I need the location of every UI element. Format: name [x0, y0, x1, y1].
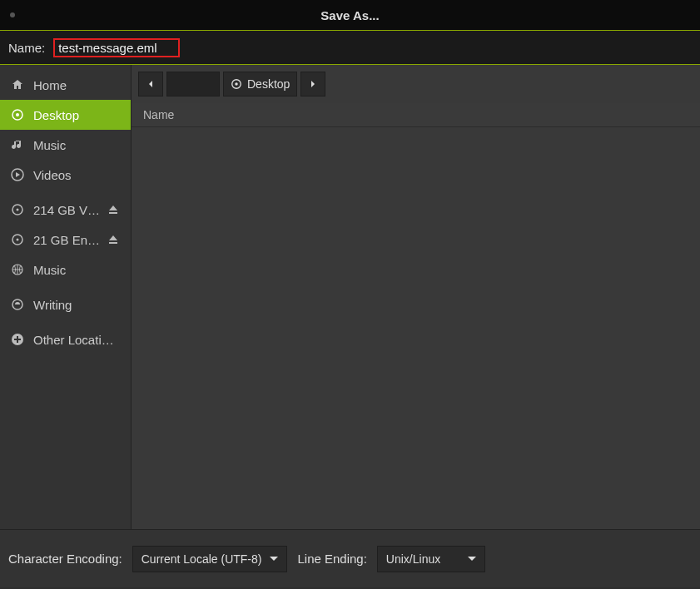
chevron-down-icon [468, 557, 476, 561]
filename-input[interactable] [58, 41, 175, 55]
svg-point-6 [17, 239, 19, 241]
path-forward-button[interactable] [300, 72, 325, 97]
titlebar: Save As... [0, 0, 700, 30]
sidebar-item-network-music[interactable]: Music [0, 255, 131, 285]
svg-point-4 [17, 209, 19, 211]
sidebar-item-volume-21gb[interactable]: 21 GB En… [0, 225, 131, 255]
encoding-value: Current Locale (UTF-8) [141, 552, 262, 566]
sidebar-item-label: 214 GB V… [33, 203, 106, 217]
path-back-button[interactable] [138, 72, 163, 97]
file-list-header-name[interactable]: Name [132, 103, 700, 127]
lineending-value: Unix/Linux [386, 552, 459, 566]
video-icon [10, 167, 25, 182]
home-icon [10, 77, 25, 92]
places-sidebar: Home Desktop Music Videos 214 GB V [0, 65, 132, 529]
sidebar-item-music[interactable]: Music [0, 130, 131, 160]
desktop-icon [10, 107, 25, 122]
sidebar-item-label: Music [33, 263, 121, 277]
path-segment-label: Desktop [247, 77, 290, 91]
sidebar-item-label: Music [33, 138, 121, 152]
sidebar-item-label: Desktop [33, 108, 121, 122]
chevron-down-icon [270, 557, 278, 561]
music-icon [10, 137, 25, 152]
path-segment-desktop[interactable]: Desktop [223, 72, 297, 97]
window-title: Save As... [0, 8, 700, 22]
drive-icon [10, 202, 25, 217]
filename-field-extension[interactable] [180, 37, 692, 57]
sidebar-item-label: Videos [33, 168, 121, 182]
encoding-dropdown[interactable]: Current Locale (UTF-8) [132, 546, 288, 572]
sidebar-item-label: Other Locations [33, 333, 121, 347]
sidebar-item-label: Home [33, 78, 121, 92]
lineending-dropdown[interactable]: Unix/Linux [377, 546, 485, 572]
chevron-left-icon [146, 80, 155, 88]
sidebar-item-videos[interactable]: Videos [0, 160, 131, 190]
path-segment-empty[interactable] [166, 72, 220, 97]
folder-remote-icon [10, 297, 25, 312]
network-icon [10, 262, 25, 277]
encoding-label: Character Encoding: [8, 552, 122, 566]
filename-label: Name: [8, 41, 45, 55]
file-browser-main: Desktop Name [132, 65, 700, 529]
svg-point-11 [235, 82, 238, 86]
svg-point-1 [16, 113, 19, 116]
sidebar-item-other-locations[interactable]: Other Locations [0, 324, 131, 354]
file-list-area[interactable] [132, 127, 700, 529]
filename-row: Name: [0, 30, 700, 65]
footer-bar: Character Encoding: Current Locale (UTF-… [0, 529, 700, 587]
sidebar-item-label: Writing [33, 298, 121, 312]
chevron-right-icon [309, 80, 317, 88]
drive-icon [10, 232, 25, 247]
desktop-icon [231, 78, 242, 90]
pathbar: Desktop [132, 65, 700, 103]
eject-icon[interactable] [106, 232, 121, 247]
sidebar-item-label: 21 GB En… [33, 233, 106, 247]
lineending-label: Line Ending: [297, 552, 366, 566]
sidebar-item-home[interactable]: Home [0, 70, 131, 100]
sidebar-item-volume-214gb[interactable]: 214 GB V… [0, 195, 131, 225]
sidebar-item-writing[interactable]: Writing [0, 290, 131, 319]
plus-icon [10, 332, 25, 347]
filename-input-highlight [53, 38, 180, 57]
eject-icon[interactable] [106, 202, 121, 217]
sidebar-item-desktop[interactable]: Desktop [0, 100, 131, 130]
